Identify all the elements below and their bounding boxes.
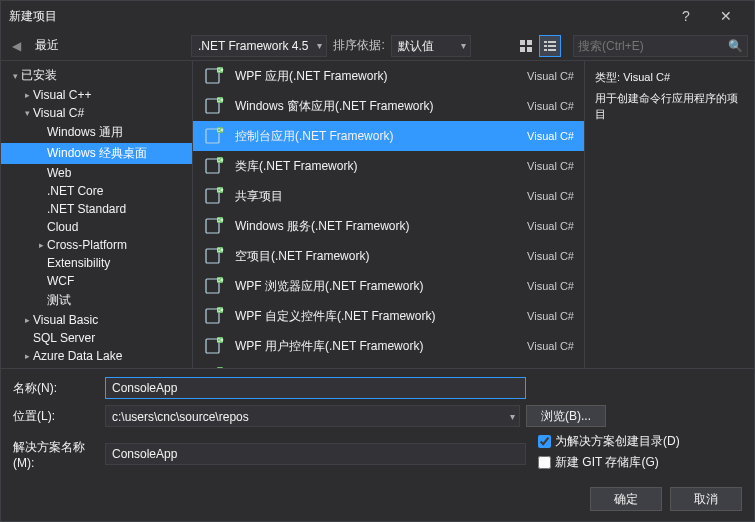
template-name: WPF 自定义控件库(.NET Framework) [235,308,517,325]
tree-node[interactable]: ▸Cross-Platform [1,236,192,254]
template-row[interactable]: C#空项目(.NET Framework)Visual C# [193,241,584,271]
window-title: 新建项目 [9,8,666,25]
svg-rect-4 [544,41,547,43]
topbar: ◀ 最近 .NET Framework 4.5 排序依据: 默认值 🔍 [1,31,754,61]
tree-node-label: Extensibility [47,256,110,270]
svg-rect-2 [520,47,525,52]
template-row[interactable]: C#共享项目Visual C# [193,181,584,211]
template-name: 共享项目 [235,188,517,205]
tree-node[interactable]: Windows 通用 [1,122,192,143]
tree-node[interactable]: .NET Core [1,182,192,200]
tree-node[interactable]: Extensibility [1,254,192,272]
sort-label: 排序依据: [333,37,384,54]
tree-node-label: Azure Data Lake [33,349,122,363]
tree-node-label: Visual C++ [33,88,91,102]
tree-node-label: Visual Basic [33,313,98,327]
template-list[interactable]: C#WPF 应用(.NET Framework)Visual C#C#Windo… [193,61,584,368]
template-lang: Visual C# [527,280,574,292]
expand-icon[interactable]: ▾ [21,108,33,118]
solution-label: 解决方案名称(M): [13,439,99,470]
tree-node-label: WCF [47,274,74,288]
search-icon[interactable]: 🔍 [728,39,743,53]
tree-label: 已安装 [21,67,57,84]
template-icon: C# [203,275,225,297]
template-row[interactable]: C#WPF 浏览器应用(.NET Framework)Visual C# [193,271,584,301]
tree-node[interactable]: ▾Visual C# [1,104,192,122]
solution-input[interactable] [105,443,526,465]
svg-text:C#: C# [217,337,224,343]
tree-node[interactable]: ▸JavaScript [1,365,192,368]
expand-icon[interactable]: ▸ [21,351,33,361]
tree-node[interactable]: SQL Server [1,329,192,347]
search-input[interactable] [578,39,728,53]
template-row[interactable]: C#Windows 服务(.NET Framework)Visual C# [193,211,584,241]
search-box[interactable]: 🔍 [573,35,748,57]
expand-icon[interactable]: ▸ [21,90,33,100]
tree-node[interactable]: 测试 [1,290,192,311]
cancel-button[interactable]: 取消 [670,487,742,511]
back-icon[interactable]: ◀ [1,39,31,53]
template-name: WPF 用户控件库(.NET Framework) [235,338,517,355]
svg-rect-7 [548,45,556,47]
template-icon: C# [203,245,225,267]
template-icon: C# [203,185,225,207]
name-label: 名称(N): [13,380,99,397]
view-list-icon[interactable] [539,35,561,57]
expand-icon[interactable]: ▸ [21,315,33,325]
svg-text:C#: C# [217,217,224,223]
template-name: WPF 浏览器应用(.NET Framework) [235,278,517,295]
tree-node[interactable]: ▸Visual C++ [1,86,192,104]
template-row[interactable]: C#类库(.NET Framework)Visual C# [193,151,584,181]
svg-text:C#: C# [217,157,224,163]
recent-label[interactable]: 最近 [31,37,191,54]
tree-node[interactable]: ▸Visual Basic [1,311,192,329]
template-lang: Visual C# [527,220,574,232]
template-lang: Visual C# [527,340,574,352]
svg-rect-8 [544,49,547,51]
view-large-icon[interactable] [515,35,537,57]
help-button[interactable]: ? [666,1,706,31]
template-row[interactable]: C#WPF 用户控件库(.NET Framework)Visual C# [193,331,584,361]
info-pane: 类型: Visual C# 用于创建命令行应用程序的项目 [584,61,754,368]
tree-installed[interactable]: ▾已安装 [1,65,192,86]
svg-rect-0 [520,40,525,45]
template-lang: Visual C# [527,250,574,262]
template-row[interactable]: C#控制台应用(.NET Framework)Visual C# [193,121,584,151]
tree-node[interactable]: Windows 经典桌面 [1,143,192,164]
template-row[interactable]: C#Windows 窗体控件库(.NET Framework)Visual C# [193,361,584,368]
create-dir-checkbox[interactable] [538,435,551,448]
template-lang: Visual C# [527,70,574,82]
template-icon: C# [203,65,225,87]
location-dropdown[interactable]: c:\users\cnc\source\repos [105,405,520,427]
template-row[interactable]: C#WPF 自定义控件库(.NET Framework)Visual C# [193,301,584,331]
browse-button[interactable]: 浏览(B)... [526,405,606,427]
dialog-buttons: 确定 取消 [1,481,754,521]
ok-button[interactable]: 确定 [590,487,662,511]
tree-node[interactable]: ▸Azure Data Lake [1,347,192,365]
template-name: Windows 服务(.NET Framework) [235,218,517,235]
sort-dropdown[interactable]: 默认值 [391,35,471,57]
tree-node-label: 测试 [47,292,71,309]
template-icon: C# [203,95,225,117]
tree[interactable]: ▾已安装 ▸Visual C++▾Visual C#Windows 通用Wind… [1,61,193,368]
tree-node[interactable]: Cloud [1,218,192,236]
name-input[interactable] [105,377,526,399]
main: ▾已安装 ▸Visual C++▾Visual C#Windows 通用Wind… [1,61,754,369]
template-name: 控制台应用(.NET Framework) [235,128,517,145]
template-row[interactable]: C#Windows 窗体应用(.NET Framework)Visual C# [193,91,584,121]
tree-node[interactable]: .NET Standard [1,200,192,218]
tree-node[interactable]: WCF [1,272,192,290]
type-value: Visual C# [623,71,670,83]
template-name: Windows 窗体应用(.NET Framework) [235,98,517,115]
template-name: 空项目(.NET Framework) [235,248,517,265]
git-checkbox[interactable] [538,456,551,469]
close-button[interactable]: ✕ [706,1,746,31]
framework-dropdown[interactable]: .NET Framework 4.5 [191,35,327,57]
template-row[interactable]: C#WPF 应用(.NET Framework)Visual C# [193,61,584,91]
template-icon: C# [203,215,225,237]
template-name: WPF 应用(.NET Framework) [235,68,517,85]
expand-icon[interactable]: ▸ [35,240,47,250]
create-dir-label: 为解决方案创建目录(D) [555,433,680,450]
template-name: Windows 窗体控件库(.NET Framework) [235,368,517,369]
tree-node[interactable]: Web [1,164,192,182]
